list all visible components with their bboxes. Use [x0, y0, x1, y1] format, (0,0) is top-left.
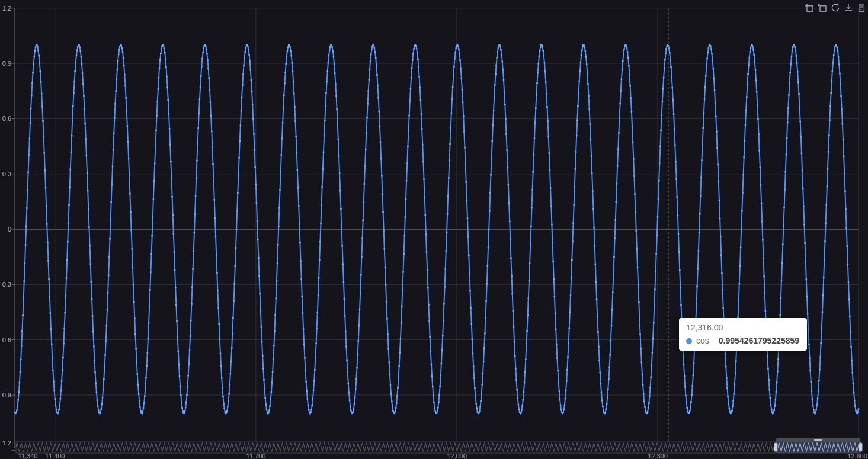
- chart-root: 1.20.90.60.30-0.3-0.6-0.9-1.2 11,34011,4…: [0, 0, 868, 459]
- y-tick-label: 0.9: [0, 60, 11, 67]
- save-image-icon[interactable]: [843, 2, 853, 12]
- datazoom-right-handle[interactable]: [859, 442, 863, 452]
- y-tick-label: -0.6: [0, 336, 11, 344]
- data-view-icon[interactable]: [856, 2, 866, 12]
- y-tick-label: -0.3: [0, 281, 11, 288]
- y-tick-label: 0.6: [0, 115, 11, 122]
- x-tick-label: 11,400: [36, 453, 74, 459]
- y-tick-label: -0.9: [0, 391, 11, 399]
- datazoom-left-handle[interactable]: [774, 442, 778, 452]
- y-tick-label: -1.2: [0, 439, 11, 447]
- x-tick-label: 12,600: [838, 453, 868, 459]
- area-zoom-icon[interactable]: [804, 2, 814, 12]
- zoom-reset-icon[interactable]: [817, 2, 827, 12]
- x-tick-label: 12,000: [438, 453, 476, 459]
- x-tick-label: 11,700: [237, 453, 275, 459]
- datazoom-grip-icon: [814, 439, 822, 441]
- y-tick-label: 0: [0, 226, 11, 233]
- x-tick-label: 12,300: [639, 453, 677, 459]
- datazoom-window[interactable]: [776, 441, 861, 453]
- line-chart-canvas[interactable]: [0, 0, 868, 459]
- restore-icon[interactable]: [830, 2, 840, 12]
- y-tick-label: 0.3: [0, 171, 11, 178]
- y-tick-label: 1.2: [0, 5, 11, 12]
- toolbox: [804, 2, 866, 12]
- datazoom-move-handle[interactable]: [776, 438, 861, 442]
